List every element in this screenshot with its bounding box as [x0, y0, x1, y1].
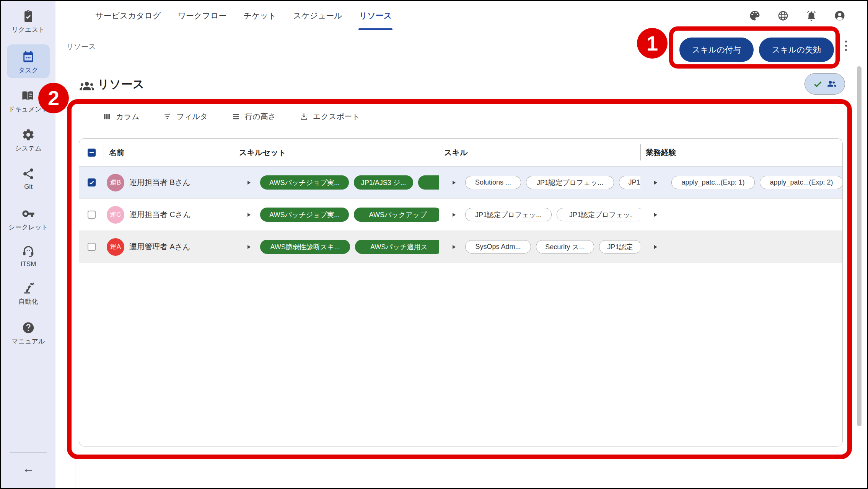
vertical-scrollbar[interactable] [857, 66, 861, 426]
sidebar-item-automation[interactable]: 自動化 [1, 281, 55, 306]
bell-icon[interactable] [806, 10, 817, 21]
export-label: エクスポート [313, 111, 360, 122]
clipboard-check-icon [22, 10, 35, 23]
more-options-icon[interactable] [845, 41, 847, 51]
expand-arrow-icon[interactable] [248, 245, 251, 249]
share-icon [22, 167, 35, 180]
resource-name: 運用担当者 Bさん [129, 177, 191, 188]
sidebar-item-tasks[interactable]: タスク [1, 50, 55, 75]
breadcrumb: リソース [66, 42, 96, 52]
tab-resource[interactable]: リソース [359, 1, 392, 30]
sidebar-item-git[interactable]: Git [1, 167, 55, 191]
resources-table: 名前 スキルセット スキル 業務経験 運B 運用担当者 Bさん AWSバッチジョ… [79, 138, 843, 446]
table-row[interactable]: 運A 運用管理者 Aさん AWS脆弱性診断スキ... AWSパッチ適用ス Sys… [79, 231, 842, 263]
sidebar-item-system[interactable]: システム [1, 128, 55, 153]
avatar: 運A [107, 238, 124, 256]
filter-label: フィルタ [176, 111, 208, 122]
skill-chip: JP1認定プロフェッ... [465, 208, 552, 221]
expand-arrow-icon[interactable] [248, 181, 251, 185]
sidebar-item-secrets[interactable]: シークレット [1, 207, 55, 232]
globe-icon[interactable] [777, 10, 789, 21]
people-group-icon [79, 80, 94, 93]
account-icon[interactable] [834, 10, 845, 21]
expand-arrow-icon[interactable] [654, 213, 657, 217]
experience-chip: apply_patc...(Exp: 1) [671, 176, 755, 189]
header-experience: 業務経験 [640, 139, 842, 166]
sidebar-item-label: ドキュメント [8, 105, 48, 114]
expand-arrow-icon[interactable] [453, 245, 456, 249]
row-height-button[interactable]: 行の高さ [231, 111, 276, 122]
columns-button[interactable]: カラム [103, 111, 139, 122]
sidebar-item-label: リクエスト [12, 25, 45, 34]
skillset-chip: JP1/AJS3 ジ... [354, 175, 413, 190]
tab-ticket[interactable]: チケット [243, 1, 276, 30]
row-checkbox[interactable] [88, 211, 96, 219]
top-nav: サービスカタログ ワークフロー チケット スケジュール リソース [55, 1, 867, 31]
skillset-chip: AWSバックアップ [354, 208, 439, 222]
skillset-chip: AWSパッチ適用ス [355, 240, 439, 254]
table-row[interactable]: 運B 運用担当者 Bさん AWSバッチジョブ実... JP1/AJS3 ジ...… [79, 167, 842, 198]
expand-arrow-icon[interactable] [453, 213, 456, 217]
tab-workflow[interactable]: ワークフロー [178, 1, 226, 30]
grant-skill-button[interactable]: スキルの付与 [679, 38, 754, 62]
filter-button[interactable]: フィルタ [163, 111, 208, 122]
avatar: 運C [107, 206, 124, 224]
sidebar-item-label: Git [24, 183, 33, 191]
help-icon [22, 321, 35, 334]
expand-arrow-icon[interactable] [654, 181, 657, 185]
key-icon [22, 207, 35, 220]
row-checkbox[interactable] [88, 243, 96, 251]
header-name: 名前 [104, 139, 234, 166]
people-icon [826, 79, 837, 89]
sidebar-item-label: シークレット [8, 223, 48, 232]
headset-icon [22, 245, 35, 258]
expand-arrow-icon[interactable] [248, 213, 251, 217]
avatar: 運B [107, 174, 124, 191]
header-skillset: スキルセット [234, 139, 439, 166]
row-height-icon [231, 112, 240, 121]
sidebar-item-label: システム [15, 144, 42, 153]
sidebar-divider [10, 452, 47, 453]
skillset-chip: AWSバッチジョブ実... [260, 208, 349, 222]
skillset-chip: AWS脆弱性診断スキ... [260, 240, 350, 254]
sidebar: リクエスト タスク ドキュメント システム Git シークレット ITSM 自 [1, 1, 55, 488]
book-icon [22, 89, 35, 102]
skill-chip: JP1認定プロフェッ... [526, 176, 614, 189]
robot-arm-icon [22, 281, 35, 294]
filter-icon [163, 112, 172, 121]
tab-schedule[interactable]: スケジュール [293, 1, 342, 30]
export-button[interactable]: エクスポート [300, 111, 360, 122]
check-icon [813, 79, 823, 89]
sidebar-item-requests[interactable]: リクエスト [1, 10, 55, 34]
skill-chip: JP1 [619, 176, 640, 189]
sidebar-item-label: ITSM [21, 260, 36, 268]
revoke-skill-button[interactable]: スキルの失効 [759, 38, 834, 62]
sidebar-item-manual[interactable]: マニュアル [1, 321, 55, 346]
selection-mode-button[interactable] [804, 73, 845, 95]
palette-icon[interactable] [749, 10, 761, 21]
table-row[interactable]: 運C 運用担当者 Cさん AWSバッチジョブ実... AWSバックアップ JP1… [79, 198, 842, 231]
sidebar-item-documents[interactable]: ドキュメント [1, 89, 55, 114]
row-checkbox[interactable] [88, 178, 96, 186]
tab-service-catalog[interactable]: サービスカタログ [95, 1, 161, 30]
app-window: リクエスト タスク ドキュメント システム Git シークレット ITSM 自 [0, 0, 868, 489]
skill-chip: JP1認定 [599, 240, 640, 253]
skillset-chip [418, 175, 439, 190]
skill-chip: Security ス... [536, 240, 594, 253]
columns-icon [103, 112, 111, 121]
select-all-checkbox[interactable] [88, 149, 96, 157]
page-title: リソース [98, 77, 144, 92]
skillset-chip: AWSバッチジョブ実... [260, 175, 349, 190]
columns-label: カラム [116, 111, 139, 122]
skill-chip: SysOps Adm... [465, 240, 531, 253]
expand-arrow-icon[interactable] [453, 181, 456, 185]
experience-chip: apply_patc...(Exp: 2) [760, 176, 842, 189]
table-header-row: 名前 スキルセット スキル 業務経験 [79, 139, 842, 167]
sidebar-item-itsm[interactable]: ITSM [1, 245, 55, 268]
nav-tabs: サービスカタログ ワークフロー チケット スケジュール リソース [95, 1, 392, 30]
row-height-label: 行の高さ [245, 111, 276, 122]
expand-arrow-icon[interactable] [654, 245, 657, 249]
sidebar-collapse-button[interactable]: ← [1, 461, 55, 476]
table-toolbar: カラム フィルタ 行の高さ エクスポート [103, 111, 360, 122]
export-icon [300, 112, 308, 121]
